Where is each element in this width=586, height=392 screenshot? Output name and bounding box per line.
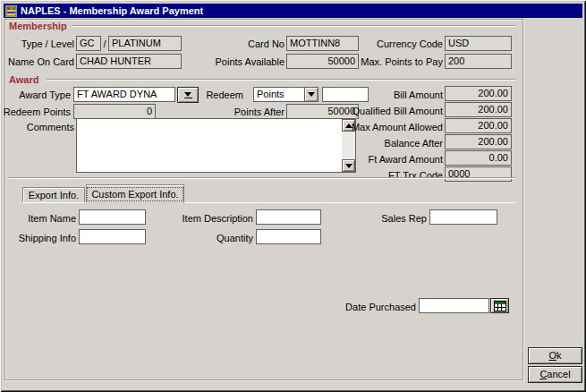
cancel-button-label: Cancel: [539, 369, 570, 380]
tab-custom-export-info[interactable]: Custom Export Info.: [86, 184, 184, 203]
item-description-label: Item Description: [166, 212, 253, 225]
currency-code-field: USD: [445, 36, 512, 51]
item-name-input[interactable]: [79, 209, 146, 225]
card-no-label: Card No: [206, 38, 285, 50]
bill-amount-label: Bill Amount: [340, 89, 443, 101]
max-amount-allowed-field: 200.00: [445, 118, 512, 133]
qualified-bill-amount-field: 200.00: [445, 102, 512, 117]
section-separator-line: [8, 177, 515, 179]
award-type-combo-field[interactable]: FT AWARD DYNA: [73, 87, 175, 102]
tab-export-info[interactable]: Export Info.: [22, 187, 85, 202]
redeem-combo-value: Points: [254, 88, 304, 101]
membership-section-label: Membership: [9, 21, 67, 31]
date-purchased-label: Date Purchased: [327, 301, 416, 313]
quantity-input[interactable]: [256, 229, 321, 244]
membership-section-line: [72, 25, 515, 27]
type-level-label: Type / Level: [0, 38, 74, 50]
ok-button-label: Ok: [548, 350, 561, 362]
cancel-button[interactable]: Cancel: [528, 366, 582, 383]
title-bar[interactable]: NAPLES - Membership Award Payment: [4, 4, 582, 18]
max-points-to-pay-label: Max. Points to Pay: [353, 55, 443, 68]
tab-export-info-label: Export Info.: [29, 190, 79, 200]
membership-award-payment-window: NAPLES - Membership Award Payment Member…: [0, 0, 586, 392]
currency-code-label: Currency Code: [356, 38, 443, 50]
comments-box: [76, 118, 356, 173]
sales-rep-input[interactable]: [429, 209, 497, 225]
ft-trx-code-label: FT Trx Code: [340, 169, 443, 182]
shipping-info-label: Shipping Info: [0, 232, 76, 244]
level-field: PLATINUM: [108, 36, 182, 51]
type-level-separator: /: [102, 38, 107, 50]
balance-after-field: 200.00: [445, 134, 512, 149]
ok-button[interactable]: Ok: [528, 347, 582, 364]
calendar-icon: [494, 301, 506, 311]
name-on-card-label: Name On Card: [0, 55, 74, 68]
redeem-points-field: 0: [73, 104, 156, 119]
max-points-to-pay-field: 200: [445, 54, 512, 69]
ft-trx-code-field: 0000: [445, 166, 512, 182]
points-available-label: Points Available: [206, 55, 285, 68]
shipping-info-input[interactable]: [79, 229, 146, 244]
tab-custom-export-info-label: Custom Export Info.: [87, 187, 183, 201]
award-section-line: [47, 79, 515, 81]
item-description-input[interactable]: [256, 209, 321, 225]
max-amount-allowed-label: Max Amount Allowed: [340, 121, 443, 133]
qualified-bill-amount-label: Qualified Bill Amount: [340, 105, 443, 117]
window-title: NAPLES - Membership Award Payment: [21, 5, 203, 16]
item-name-label: Item Name: [0, 212, 76, 225]
comments-label: Comments: [0, 121, 74, 133]
application-icon: [5, 5, 17, 17]
points-available-field: 50000: [286, 54, 359, 69]
balance-after-label: Balance After: [340, 137, 443, 149]
comments-input[interactable]: [77, 119, 342, 172]
name-on-card-field: CHAD HUNTER: [76, 54, 182, 69]
ft-award-amount-label: Ft Award Amount: [340, 153, 443, 166]
card-no-field: MOTTINN8: [286, 36, 359, 51]
bill-amount-field: 200.00: [445, 86, 512, 101]
award-section-label: Award: [9, 74, 38, 85]
chevron-down-icon: [308, 92, 315, 97]
date-purchased-input[interactable]: [419, 298, 489, 313]
date-picker-button[interactable]: [490, 298, 509, 313]
sales-rep-label: Sales Rep: [358, 212, 427, 225]
quantity-label: Quantity: [166, 232, 253, 244]
redeem-points-label: Redeem Points: [0, 106, 71, 118]
type-field: GC: [76, 36, 101, 51]
redeem-label: Redeem: [190, 89, 243, 101]
redeem-combo[interactable]: Points: [253, 87, 318, 102]
redeem-combo-button[interactable]: [304, 88, 318, 101]
award-type-label: Award Type: [0, 89, 71, 101]
ft-award-amount-field: 0.00: [445, 150, 512, 166]
points-after-label: Points After: [206, 106, 285, 118]
